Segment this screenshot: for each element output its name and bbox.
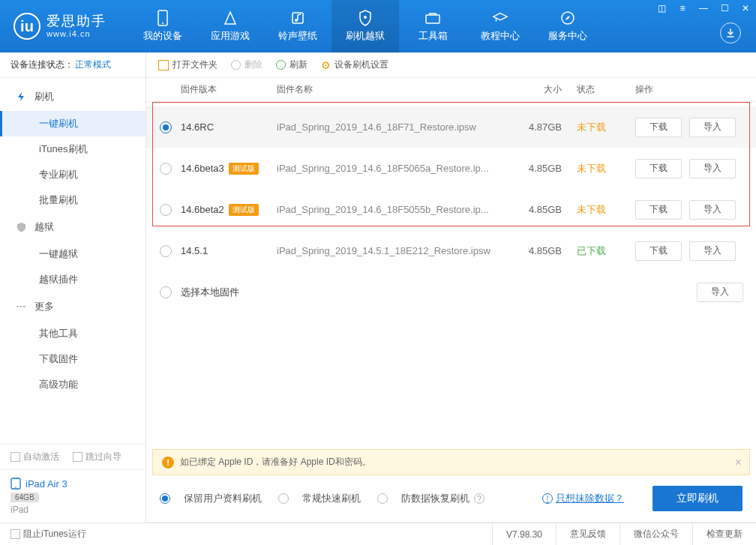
flash-now-button[interactable]: 立即刷机 bbox=[652, 486, 742, 511]
svg-rect-9 bbox=[23, 306, 26, 307]
sidebar-item-advanced[interactable]: 高级功能 bbox=[0, 372, 146, 397]
app-url: www.i4.cn bbox=[46, 29, 106, 38]
row-radio[interactable] bbox=[160, 204, 172, 216]
sidebar-item-batch-flash[interactable]: 批量刷机 bbox=[0, 187, 146, 213]
help-icon[interactable]: ? bbox=[474, 493, 484, 504]
sidebar-item-download-fw[interactable]: 下载固件 bbox=[0, 346, 146, 372]
delete-button[interactable]: 删除 bbox=[231, 58, 262, 71]
table-row[interactable]: 14.6RC iPad_Spring_2019_14.6_18F71_Resto… bbox=[146, 106, 756, 148]
toolbar: 打开文件夹 删除 刷新 ⚙设备刷机设置 bbox=[146, 52, 756, 78]
minimize-icon[interactable]: — bbox=[693, 0, 714, 16]
gear-icon: ⚙ bbox=[321, 59, 331, 71]
import-button[interactable]: 导入 bbox=[689, 159, 736, 178]
auto-activate-checkbox[interactable]: 自动激活 bbox=[10, 451, 59, 463]
hat-icon bbox=[492, 10, 508, 26]
import-button[interactable]: 导入 bbox=[689, 241, 736, 261]
skip-guide-checkbox[interactable]: 跳过向导 bbox=[73, 451, 122, 463]
feedback-button[interactable]: 意见反馈 bbox=[556, 523, 620, 546]
wechat-button[interactable]: 微信公众号 bbox=[620, 523, 692, 546]
flash-icon bbox=[15, 91, 27, 103]
window-controls: ◫ ≡ — ☐ ✕ bbox=[651, 0, 756, 16]
col-size: 大小 bbox=[509, 83, 562, 96]
nav-ringtone[interactable]: 铃声壁纸 bbox=[264, 0, 332, 52]
check-update-button[interactable]: 检查更新 bbox=[692, 523, 756, 546]
sidebar-group-flash: 刷机 bbox=[0, 82, 146, 111]
row-radio[interactable] bbox=[160, 245, 172, 257]
settings-button[interactable]: ⚙设备刷机设置 bbox=[321, 58, 388, 71]
nav-apps[interactable]: 应用游戏 bbox=[196, 0, 264, 52]
maximize-icon[interactable]: ☐ bbox=[714, 0, 735, 16]
delete-icon bbox=[231, 60, 241, 70]
toolbox-icon bbox=[424, 10, 441, 26]
row-radio[interactable] bbox=[160, 286, 172, 298]
svg-point-11 bbox=[15, 487, 16, 488]
top-bar: iu 爱思助手 www.i4.cn 我的设备 应用游戏 铃声壁纸 刷机越狱 工具… bbox=[0, 0, 756, 52]
sidebar-item-oneclick-flash[interactable]: 一键刷机 bbox=[0, 111, 146, 136]
nav-service[interactable]: 服务中心 bbox=[534, 0, 602, 52]
col-status: 状态 bbox=[562, 83, 622, 96]
svg-point-4 bbox=[364, 16, 367, 19]
download-button[interactable]: 下载 bbox=[635, 118, 682, 137]
block-itunes-checkbox[interactable]: 阻止iTunes运行 bbox=[10, 528, 86, 541]
opt-normal[interactable]: 常规快速刷机 bbox=[278, 492, 361, 505]
skin-icon[interactable]: ◫ bbox=[651, 0, 672, 16]
row-radio[interactable] bbox=[160, 121, 172, 133]
shield-small-icon bbox=[15, 221, 27, 233]
nav-flash[interactable]: 刷机越狱 bbox=[332, 0, 399, 52]
status-bar: 阻止iTunes运行 V7.98.30 意见反馈 微信公众号 检查更新 bbox=[0, 523, 756, 545]
device-info: iPad Air 3 64GB iPad bbox=[0, 469, 146, 523]
device-name[interactable]: iPad Air 3 bbox=[10, 478, 135, 490]
local-firmware-row[interactable]: 选择本地固件 导入 bbox=[146, 271, 756, 313]
phone-icon bbox=[154, 10, 171, 26]
svg-rect-5 bbox=[426, 15, 440, 23]
erase-link[interactable]: !只想抹除数据？ bbox=[542, 492, 624, 505]
sidebar-item-pro-flash[interactable]: 专业刷机 bbox=[0, 162, 146, 187]
nav-tutorial[interactable]: 教程中心 bbox=[466, 0, 534, 52]
shield-icon bbox=[357, 10, 374, 26]
refresh-button[interactable]: 刷新 bbox=[276, 58, 308, 71]
refresh-icon bbox=[276, 60, 286, 70]
svg-rect-8 bbox=[20, 306, 22, 307]
app-title: 爱思助手 bbox=[46, 14, 106, 29]
logo-icon: iu bbox=[14, 13, 40, 40]
close-icon[interactable]: ✕ bbox=[735, 0, 756, 16]
table-header: 固件版本 固件名称 大小 状态 操作 bbox=[146, 78, 756, 102]
menu-icon[interactable]: ≡ bbox=[672, 0, 693, 16]
logo: iu 爱思助手 www.i4.cn bbox=[14, 13, 106, 40]
table-row[interactable]: 14.6beta3测试版 iPad_Spring_2019_14.6_18F50… bbox=[146, 148, 756, 189]
download-button[interactable] bbox=[720, 22, 741, 43]
sidebar-item-itunes-flash[interactable]: iTunes刷机 bbox=[0, 136, 146, 162]
version-label: V7.98.30 bbox=[492, 523, 556, 546]
sidebar: 设备连接状态： 正常模式 刷机 一键刷机 iTunes刷机 专业刷机 批量刷机 … bbox=[0, 52, 146, 523]
info-icon: ! bbox=[542, 493, 553, 504]
device-storage: 64GB bbox=[10, 493, 39, 502]
connection-status: 设备连接状态： 正常模式 bbox=[0, 52, 146, 78]
download-button[interactable]: 下载 bbox=[635, 159, 682, 178]
import-button[interactable]: 导入 bbox=[697, 283, 743, 302]
download-button[interactable]: 下载 bbox=[635, 241, 682, 261]
sidebar-item-oneclick-jb[interactable]: 一键越狱 bbox=[0, 241, 146, 267]
import-button[interactable]: 导入 bbox=[689, 118, 736, 137]
nav-my-device[interactable]: 我的设备 bbox=[129, 0, 196, 52]
nav-toolbox[interactable]: 工具箱 bbox=[399, 0, 466, 52]
music-icon bbox=[290, 10, 306, 26]
sidebar-group-more: 更多 bbox=[0, 292, 146, 321]
row-radio[interactable] bbox=[160, 163, 172, 175]
table-row[interactable]: 14.6beta2测试版 iPad_Spring_2019_14.6_18F50… bbox=[146, 189, 756, 230]
svg-point-1 bbox=[162, 22, 164, 24]
download-button[interactable]: 下载 bbox=[635, 200, 682, 220]
compass-icon bbox=[560, 10, 576, 26]
opt-recovery[interactable]: 防数据恢复刷机? bbox=[377, 492, 484, 505]
close-notice-button[interactable]: × bbox=[735, 456, 742, 469]
open-folder-button[interactable]: 打开文件夹 bbox=[158, 58, 218, 71]
sidebar-group-jailbreak: 越狱 bbox=[0, 213, 146, 241]
import-button[interactable]: 导入 bbox=[689, 200, 736, 220]
warning-icon: ! bbox=[162, 457, 174, 469]
flash-options: 保留用户资料刷机 常规快速刷机 防数据恢复刷机? !只想抹除数据？ 立即刷机 bbox=[146, 475, 756, 523]
main-nav: 我的设备 应用游戏 铃声壁纸 刷机越狱 工具箱 教程中心 服务中心 bbox=[129, 0, 602, 52]
sidebar-item-jb-plugin[interactable]: 越狱插件 bbox=[0, 267, 146, 292]
opt-keep-data[interactable]: 保留用户资料刷机 bbox=[160, 492, 262, 505]
sidebar-options: 自动激活 跳过向导 bbox=[0, 444, 146, 469]
table-row[interactable]: 14.5.1 iPad_Spring_2019_14.5.1_18E212_Re… bbox=[146, 230, 756, 271]
sidebar-item-other-tools[interactable]: 其他工具 bbox=[0, 321, 146, 346]
